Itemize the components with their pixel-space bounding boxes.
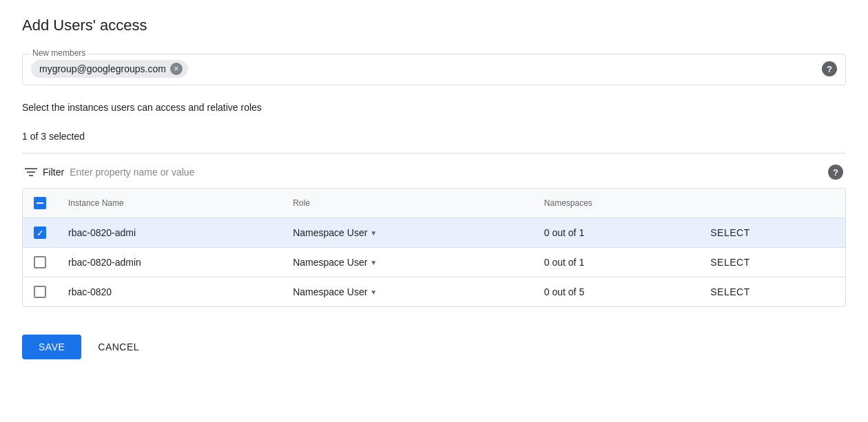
role-dropdown[interactable]: Namespace User ▼ bbox=[293, 257, 377, 268]
row-checkbox-0[interactable] bbox=[34, 226, 46, 239]
row-checkbox-cell bbox=[23, 218, 57, 248]
actions-row: SAVE CANCEL bbox=[22, 329, 846, 359]
select-link[interactable]: SELECT bbox=[710, 286, 750, 297]
row-action-cell: SELECT bbox=[699, 277, 845, 307]
dropdown-arrow-icon: ▼ bbox=[370, 288, 377, 296]
row-namespaces: 0 out of 1 bbox=[533, 218, 699, 248]
row-role: Namespace User ▼ bbox=[282, 277, 533, 307]
filter-bar: Filter Enter property name or value ? bbox=[22, 165, 846, 180]
selected-count: 1 of 3 selected bbox=[22, 131, 846, 142]
row-instance-name: rbac-0820 bbox=[57, 277, 282, 307]
new-members-help-icon[interactable]: ? bbox=[822, 61, 837, 76]
row-instance-name: rbac-0820-admi bbox=[57, 218, 282, 248]
header-checkbox[interactable] bbox=[34, 197, 46, 209]
row-checkbox-1[interactable] bbox=[34, 256, 46, 268]
role-label: Namespace User bbox=[293, 257, 367, 268]
filter-help-icon[interactable]: ? bbox=[828, 165, 843, 180]
page-title: Add Users' access bbox=[22, 17, 846, 34]
save-button[interactable]: SAVE bbox=[22, 335, 81, 359]
header-role: Role bbox=[282, 189, 533, 218]
filter-input-placeholder[interactable]: Enter property name or value bbox=[70, 167, 194, 178]
role-label: Namespace User bbox=[293, 227, 367, 238]
table-row: rbac-0820Namespace User ▼0 out of 5SELEC… bbox=[23, 277, 845, 307]
chip-email: mygroup@googlegroups.com bbox=[39, 63, 166, 74]
dropdown-arrow-icon: ▼ bbox=[370, 229, 377, 237]
header-namespaces: Namespaces bbox=[533, 189, 699, 218]
row-checkbox-2[interactable] bbox=[34, 286, 46, 298]
dropdown-arrow-icon: ▼ bbox=[370, 259, 377, 266]
row-instance-name: rbac-0820-admin bbox=[57, 248, 282, 277]
new-members-label: New members bbox=[30, 48, 88, 58]
header-checkbox-col bbox=[23, 189, 57, 218]
select-link[interactable]: SELECT bbox=[710, 257, 750, 268]
row-namespaces: 0 out of 1 bbox=[533, 248, 699, 277]
header-instance-name: Instance Name bbox=[57, 189, 282, 218]
instances-table-container: Instance Name Role Namespaces rbac-0820-… bbox=[22, 188, 846, 307]
header-action-col bbox=[699, 189, 845, 218]
new-members-section: New members mygroup@googlegroups.com × ? bbox=[22, 54, 846, 85]
role-label: Namespace User bbox=[293, 286, 367, 297]
role-dropdown[interactable]: Namespace User ▼ bbox=[293, 227, 377, 238]
row-role: Namespace User ▼ bbox=[282, 218, 533, 248]
filter-icon bbox=[25, 167, 37, 177]
row-action-cell: SELECT bbox=[699, 248, 845, 277]
table-row: rbac-0820-admiNamespace User ▼0 out of 1… bbox=[23, 218, 845, 248]
cancel-button[interactable]: CANCEL bbox=[92, 335, 145, 359]
row-checkbox-cell bbox=[23, 248, 57, 277]
table-header-row: Instance Name Role Namespaces bbox=[23, 189, 845, 218]
chip-close-button[interactable]: × bbox=[170, 63, 183, 75]
instruction-text: Select the instances users can access an… bbox=[22, 102, 846, 113]
row-checkbox-cell bbox=[23, 277, 57, 307]
member-chip: mygroup@googlegroups.com × bbox=[31, 60, 188, 78]
row-role: Namespace User ▼ bbox=[282, 248, 533, 277]
filter-label: Filter bbox=[43, 167, 64, 178]
instances-table: Instance Name Role Namespaces rbac-0820-… bbox=[23, 189, 845, 306]
filter-left: Filter Enter property name or value bbox=[25, 167, 194, 178]
row-action-cell: SELECT bbox=[699, 218, 845, 248]
role-dropdown[interactable]: Namespace User ▼ bbox=[293, 286, 377, 297]
select-link[interactable]: SELECT bbox=[710, 227, 750, 238]
table-row: rbac-0820-adminNamespace User ▼0 out of … bbox=[23, 248, 845, 277]
divider bbox=[22, 153, 846, 154]
row-namespaces: 0 out of 5 bbox=[533, 277, 699, 307]
